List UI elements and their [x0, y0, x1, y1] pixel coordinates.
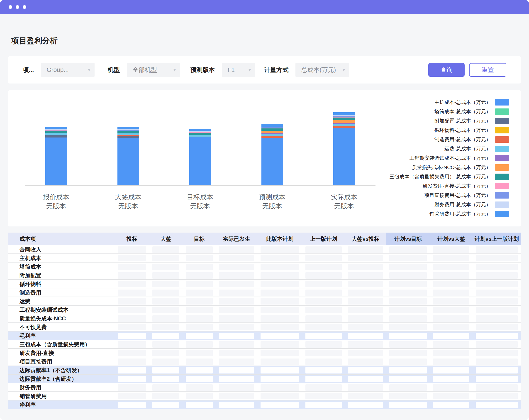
legend-swatch	[495, 155, 509, 161]
legend-item[interactable]: 质量损失成本-NCC-总成本（万元）	[390, 163, 509, 172]
cell-value-placeholder	[219, 272, 254, 279]
cell-value-placeholder	[152, 333, 179, 339]
legend-item[interactable]: 财务费用-总成本（万元）	[390, 200, 509, 209]
table-cell	[115, 331, 149, 340]
table-cell	[115, 306, 149, 314]
filter-bar: 项... Group... ▾ 机型 全部机型 ▾ 预测版本 F1 ▾	[8, 56, 521, 83]
filter-group-project: 项... Group... ▾	[23, 63, 94, 77]
bar-segment	[333, 112, 355, 115]
table-cell	[345, 280, 386, 288]
row-label: 财务费用	[8, 384, 115, 391]
table-row: 附加配置	[8, 271, 521, 280]
legend-item[interactable]: 三包成本（含质量损失费用）-总成本（万元）	[390, 172, 509, 181]
row-label: 边际贡献率2（含研发）	[8, 375, 115, 382]
table-cell	[257, 392, 302, 401]
legend-label: 制造费用-总成本（万元）	[435, 136, 491, 143]
table-cell	[386, 401, 430, 409]
row-label: 研发费用-直接	[8, 350, 115, 357]
cell-value-placeholder	[476, 333, 518, 339]
table-cell	[149, 340, 183, 349]
legend-item[interactable]: 工程期安装调试成本-总成本（万元）	[390, 153, 509, 163]
table-cell	[473, 288, 521, 297]
cell-value-placeholder	[476, 298, 518, 304]
table-cell	[430, 314, 473, 323]
column-header: 大签vs投标	[345, 232, 386, 245]
table-cell	[430, 357, 473, 366]
legend-item[interactable]: 研发费用-直接-总成本（万元）	[390, 181, 509, 190]
cell-value-placeholder	[433, 264, 469, 270]
cell-value-placeholder	[389, 350, 427, 356]
table-cell	[115, 383, 149, 392]
cell-value-placeholder	[152, 393, 179, 399]
legend-item[interactable]: 附加配置-总成本（万元）	[390, 116, 509, 125]
table-cell	[302, 254, 345, 262]
column-header: 投标	[115, 232, 149, 245]
table-cell	[345, 357, 386, 366]
model-select[interactable]: 全部机型 ▾	[127, 63, 180, 77]
bar-segment	[189, 137, 211, 185]
cell-value-placeholder	[305, 384, 342, 391]
cell-value-placeholder	[186, 402, 213, 408]
table-cell	[345, 306, 386, 314]
cell-value-placeholder	[348, 393, 383, 399]
bar-5	[333, 112, 355, 185]
table-cell	[257, 306, 302, 314]
cell-value-placeholder	[152, 402, 179, 408]
table-cell	[257, 297, 302, 306]
query-button[interactable]: 查询	[428, 63, 465, 77]
cell-value-placeholder	[118, 384, 146, 391]
page-title: 项目盈利分析	[11, 35, 521, 46]
column-header: 大签	[149, 232, 183, 245]
legend-swatch	[495, 146, 509, 152]
table-row: 主机成本	[8, 254, 521, 262]
cell-value-placeholder	[219, 298, 254, 304]
legend-label: 研发费用-直接-总成本（万元）	[423, 183, 491, 190]
table-cell	[257, 262, 302, 271]
table-cell	[302, 401, 345, 409]
table-cell	[473, 323, 521, 331]
category-name: 大签成本	[101, 192, 155, 202]
bar-segment	[262, 131, 283, 133]
category-version: 无版本	[173, 202, 227, 211]
table-cell	[473, 331, 521, 340]
legend-item[interactable]: 运费-总成本（万元）	[390, 144, 509, 153]
legend-label: 财务费用-总成本（万元）	[435, 201, 491, 208]
legend-label: 三包成本（含质量损失费用）-总成本（万元）	[390, 173, 491, 180]
cell-value-placeholder	[219, 358, 254, 365]
cell-value-placeholder	[305, 281, 342, 287]
table-cell	[183, 297, 216, 306]
table-cell	[257, 254, 302, 262]
cell-value-placeholder	[305, 393, 342, 399]
cell-value-placeholder	[152, 289, 179, 296]
cell-value-placeholder	[219, 341, 254, 348]
legend-item[interactable]: 项目直接费用-总成本（万元）	[390, 190, 509, 200]
cell-value-placeholder	[348, 281, 383, 287]
table-cell	[345, 262, 386, 271]
table-cell	[257, 280, 302, 288]
legend-item[interactable]: 制造费用-总成本（万元）	[390, 135, 509, 144]
bar-segment	[45, 133, 67, 135]
table-cell	[257, 271, 302, 280]
table-cell	[386, 392, 430, 401]
reset-button[interactable]: 重置	[469, 63, 506, 77]
forecast-version-select[interactable]: F1 ▾	[222, 63, 255, 77]
legend-item[interactable]: 循环物料-总成本（万元）	[390, 125, 509, 135]
legend-item[interactable]: 主机成本-总成本（万元）	[390, 97, 509, 107]
legend-item[interactable]: 销管研费用-总成本（万元）	[390, 209, 509, 218]
table-cell	[386, 297, 430, 306]
legend-item[interactable]: 塔筒成本-总成本（万元）	[390, 107, 509, 116]
project-group-select[interactable]: Group... ▾	[41, 63, 94, 77]
cell-value-placeholder	[476, 341, 518, 348]
cost-stacked-bar-chart: 报价成本无版本大签成本无版本目标成本无版本预测成本无版本实际成本无版本 主机成本…	[8, 90, 521, 227]
cell-value-placeholder	[305, 367, 342, 374]
cell-value-placeholder	[152, 281, 179, 287]
cost-table: 成本项投标大签目标实际已发生此版本计划上一版计划大签vs投标计划vs目标计划vs…	[8, 232, 521, 409]
table-cell	[345, 366, 386, 375]
cell-value-placeholder	[152, 367, 179, 374]
measure-select[interactable]: 总成本(万元) ▾	[295, 63, 349, 77]
cell-value-placeholder	[305, 341, 342, 348]
table-cell	[302, 271, 345, 280]
bar-segment	[189, 129, 211, 131]
table-cell	[302, 392, 345, 401]
legend-swatch	[495, 183, 509, 189]
